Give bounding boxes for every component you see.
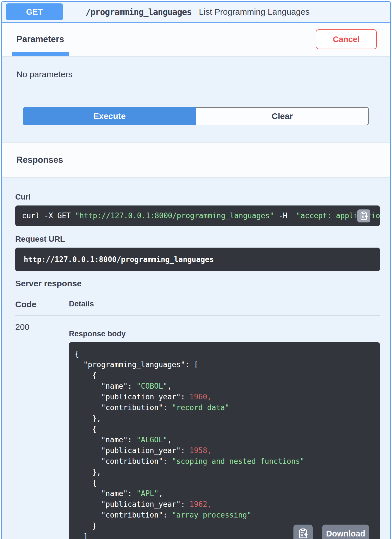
copy-response-button[interactable] [293,525,313,539]
endpoint-path: /programming_languages [86,7,191,17]
method-badge: GET [6,3,63,20]
code-column-header: Code [15,300,69,309]
swagger-operation-page: GET /programming_languages List Programm… [0,0,392,539]
responses-section-header: Responses [2,142,390,177]
cancel-button[interactable]: Cancel [316,29,377,49]
server-response-label: Server response [15,279,380,288]
response-body-controls: Download [293,525,369,539]
response-details-cell: Response body { "programming_languages":… [69,322,380,539]
status-code: 200 [15,322,69,539]
operation-summary[interactable]: GET /programming_languages List Programm… [2,2,390,23]
parameters-section-header: Parameters Cancel [2,23,390,56]
curl-label: Curl [15,193,380,202]
no-parameters-message: No parameters [16,70,376,79]
responses-title: Responses [16,155,63,165]
request-url-value: http://127.0.0.1:8000/programming_langua… [24,255,371,264]
response-row-200: 200 Response body { "programming_languag… [15,322,380,539]
response-table-header: Code Details [15,300,380,309]
table-divider [15,315,380,316]
clipboard-copy-icon [359,211,368,221]
curl-command: curl -X GET "http://127.0.0.1:8000/progr… [22,211,373,220]
execute-button[interactable]: Execute [23,107,196,125]
active-tab-underline [12,52,69,56]
request-url-label: Request URL [15,235,380,244]
clipboard-copy-icon [298,528,308,539]
response-body-json: { "programming_languages": [ { "name": "… [75,348,374,539]
responses-body: Curl curl -X GET "http://127.0.0.1:8000/… [2,193,390,539]
details-column-header: Details [69,300,94,309]
endpoint-description: List Programming Languages [199,7,310,17]
response-body-block: { "programming_languages": [ { "name": "… [69,342,380,539]
request-url-block: http://127.0.0.1:8000/programming_langua… [15,248,380,271]
copy-curl-button[interactable] [357,209,370,222]
execute-button-group: Execute Clear [23,107,369,125]
curl-command-block: curl -X GET "http://127.0.0.1:8000/progr… [15,205,380,226]
opblock-get: GET /programming_languages List Programm… [1,1,391,539]
tab-parameters[interactable]: Parameters [16,34,64,44]
download-button[interactable]: Download [322,525,369,539]
response-body-label: Response body [69,330,380,338]
clear-button[interactable]: Clear [196,107,369,125]
